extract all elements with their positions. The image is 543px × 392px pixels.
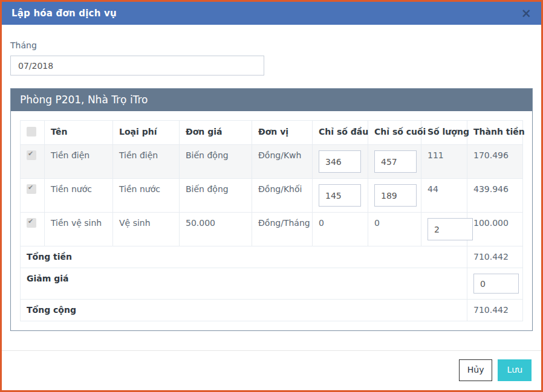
cancel-button[interactable]: Hủy (459, 359, 493, 381)
row-checkbox[interactable] (27, 150, 36, 160)
col-header-chi-so-cuoi: Chỉ số cuối (368, 121, 421, 145)
room-panel-body: Tên Loại phí Đơn giá Đơn vị Chỉ số đầu C… (11, 111, 532, 330)
invoice-modal: Lập hóa đơn dịch vụ × Tháng Phòng P201, … (0, 0, 543, 392)
services-table: Tên Loại phí Đơn giá Đơn vị Chỉ số đầu C… (20, 120, 523, 321)
grand-total-value: 710.442 (467, 300, 523, 321)
select-all-checkbox[interactable] (27, 127, 36, 137)
cell-don-gia: 50.000 (180, 213, 252, 246)
close-icon[interactable]: × (521, 7, 532, 20)
cell-thanh-tien: 439.946 (467, 179, 523, 213)
room-panel: Phòng P201, Nhà Trọ iTro Tên Loại phí Đơ… (10, 88, 533, 331)
grand-total-row: Tổng cộng 710.442 (21, 300, 523, 321)
discount-row: Giảm giá (21, 268, 523, 300)
cell-chi-so-dau: 0 (313, 213, 368, 246)
total-value: 710.442 (467, 246, 523, 268)
col-header-so-luong: Số lượng (421, 121, 467, 145)
header-checkbox-cell (21, 121, 45, 145)
save-button[interactable]: Lưu (498, 359, 532, 381)
table-row-electricity: Tiền điện Tiền điện Biến động Đồng/Kwh 1… (21, 145, 523, 179)
cell-ten: Tiền vệ sinh (45, 213, 113, 246)
room-panel-title: Phòng P201, Nhà Trọ iTro (11, 89, 532, 111)
grand-total-label: Tổng cộng (21, 300, 467, 321)
col-header-don-gia: Đơn giá (180, 121, 252, 145)
cell-loai-phi: Vệ sinh (113, 213, 180, 246)
row-checkbox[interactable] (27, 184, 36, 194)
cell-don-vi: Đồng/Tháng (252, 213, 313, 246)
quantity-input[interactable] (428, 218, 473, 240)
discount-label: Giảm giá (21, 268, 467, 300)
start-index-input[interactable] (319, 184, 361, 207)
cell-don-vi: Đồng/Kwh (252, 145, 313, 179)
cell-so-luong: 44 (421, 179, 467, 213)
total-label: Tổng tiền (21, 246, 467, 268)
cell-loai-phi: Tiền điện (113, 145, 180, 179)
start-index-input[interactable] (319, 150, 361, 173)
cell-loai-phi: Tiền nước (113, 179, 180, 213)
cell-so-luong: 111 (421, 145, 467, 179)
col-header-loai-phi: Loại phí (113, 121, 180, 145)
cell-don-gia: Biến động (180, 179, 252, 213)
table-header-row: Tên Loại phí Đơn giá Đơn vị Chỉ số đầu C… (21, 121, 523, 145)
cell-ten: Tiền điện (45, 145, 113, 179)
cell-don-vi: Đồng/Khối (252, 179, 313, 213)
cell-don-gia: Biến động (180, 145, 252, 179)
cell-thanh-tien: 100.000 (467, 213, 523, 246)
col-header-thanh-tien: Thành tiền (467, 121, 523, 145)
cell-chi-so-cuoi: 0 (368, 213, 421, 246)
modal-title: Lập hóa đơn dịch vụ (11, 8, 117, 19)
table-row-water: Tiền nước Tiền nước Biến động Đồng/Khối … (21, 179, 523, 213)
col-header-don-vi: Đơn vị (252, 121, 313, 145)
modal-header: Lập hóa đơn dịch vụ × (2, 2, 541, 25)
total-row: Tổng tiền 710.442 (21, 246, 523, 268)
col-header-ten: Tên (45, 121, 113, 145)
table-row-sanitation: Tiền vệ sinh Vệ sinh 50.000 Đồng/Tháng 0… (21, 213, 523, 246)
row-checkbox[interactable] (27, 218, 36, 228)
discount-input[interactable] (473, 274, 519, 294)
end-index-input[interactable] (374, 150, 417, 173)
modal-body: Tháng Phòng P201, Nhà Trọ iTro Tên Loạ (2, 25, 541, 350)
col-header-chi-so-dau: Chỉ số đầu (313, 121, 368, 145)
end-index-input[interactable] (374, 184, 417, 207)
month-input[interactable] (10, 56, 264, 76)
modal-footer: Hủy Lưu (2, 350, 541, 390)
cell-ten: Tiền nước (45, 179, 113, 213)
cell-thanh-tien: 170.496 (467, 145, 523, 179)
month-label: Tháng (10, 40, 533, 50)
